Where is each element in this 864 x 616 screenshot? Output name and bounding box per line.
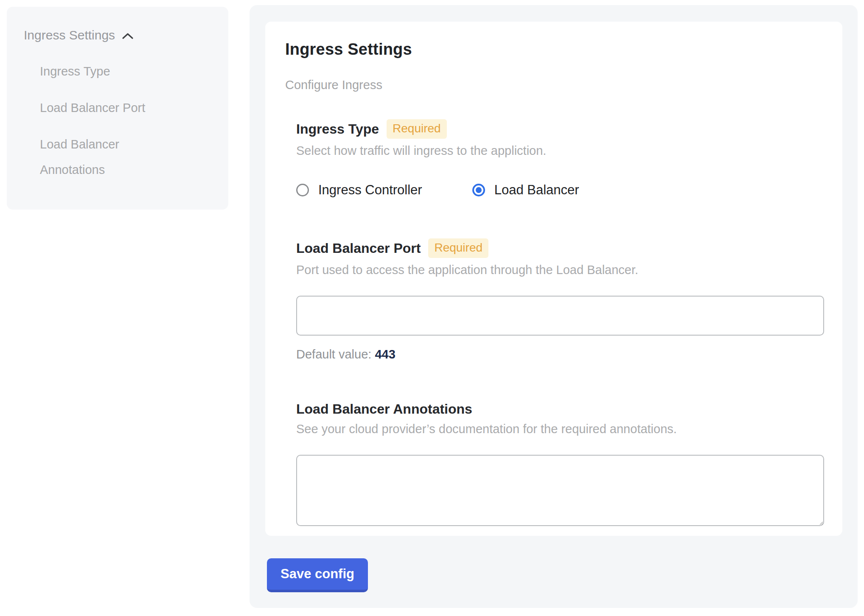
chevron-up-icon: [122, 31, 134, 40]
field-heading: Ingress Type Required: [296, 119, 824, 139]
field-ingress-type: Ingress Type Required Select how traffic…: [296, 119, 824, 198]
field-load-balancer-port: Load Balancer Port Required Port used to…: [296, 238, 824, 361]
field-description: Select how traffic will ingress to the a…: [296, 144, 824, 158]
default-value-hint: Default value: 443: [296, 347, 824, 361]
settings-sidebar: Ingress Settings Ingress Type Load Balan…: [7, 7, 228, 210]
default-value-label: Default value:: [296, 347, 371, 361]
ingress-type-radio-group: Ingress Controller Load Balancer: [296, 182, 824, 198]
load-balancer-annotations-textarea[interactable]: [296, 455, 824, 526]
radio-selected-icon: [472, 184, 485, 196]
save-config-button[interactable]: Save config: [267, 558, 368, 592]
field-description: Port used to access the application thro…: [296, 263, 824, 277]
field-heading: Load Balancer Port Required: [296, 238, 824, 258]
ingress-settings-card: Ingress Settings Configure Ingress Ingre…: [265, 22, 842, 536]
default-value-number: 443: [375, 347, 395, 361]
field-heading: Load Balancer Annotations: [296, 401, 824, 417]
field-label: Load Balancer Annotations: [296, 401, 472, 417]
field-label: Load Balancer Port: [296, 241, 421, 256]
radio-load-balancer[interactable]: Load Balancer: [472, 182, 579, 198]
load-balancer-port-input[interactable]: [296, 296, 824, 336]
radio-label: Ingress Controller: [318, 182, 422, 198]
page-subtitle: Configure Ingress: [285, 78, 824, 92]
required-badge: Required: [428, 238, 488, 258]
sidebar-group-ingress-settings[interactable]: Ingress Settings: [24, 28, 211, 42]
sidebar-item-ingress-type[interactable]: Ingress Type: [40, 59, 184, 84]
radio-ingress-controller[interactable]: Ingress Controller: [296, 182, 422, 198]
page-title: Ingress Settings: [285, 40, 824, 59]
radio-unselected-icon: [296, 184, 309, 196]
sidebar-item-list: Ingress Type Load Balancer Port Load Bal…: [40, 59, 184, 182]
required-badge: Required: [387, 119, 447, 139]
radio-label: Load Balancer: [494, 182, 579, 198]
field-description: See your cloud provider’s documentation …: [296, 422, 824, 436]
field-load-balancer-annotations: Load Balancer Annotations See your cloud…: [296, 401, 824, 526]
field-label: Ingress Type: [296, 121, 379, 137]
ingress-settings-panel: Ingress Settings Configure Ingress Ingre…: [250, 5, 858, 608]
sidebar-group-label: Ingress Settings: [24, 28, 115, 42]
sidebar-item-load-balancer-port[interactable]: Load Balancer Port: [40, 95, 184, 120]
sidebar-item-load-balancer-annotations[interactable]: Load Balancer Annotations: [40, 132, 184, 182]
